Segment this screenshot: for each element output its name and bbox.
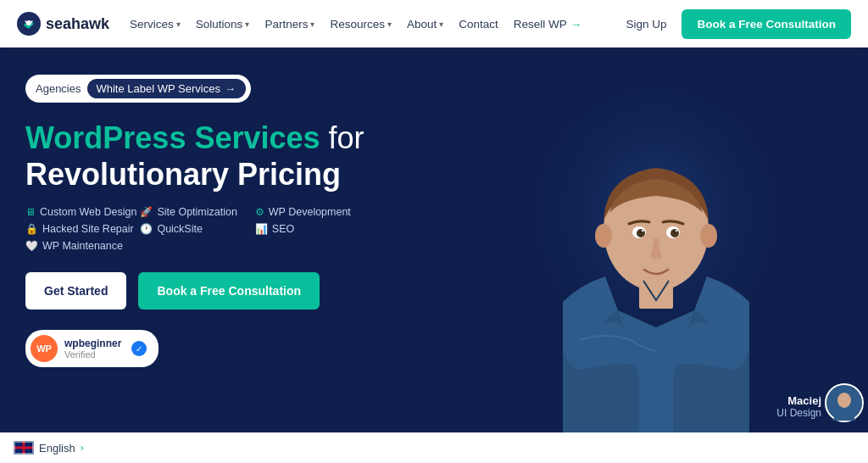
chart-icon: 📊 [255,223,268,235]
nav-solutions[interactable]: Solutions ▾ [189,14,257,34]
gear-icon: ⚙ [255,206,264,218]
breadcrumb: Agencies White Label WP Services → [25,75,251,103]
hero-content: Agencies White Label WP Services → WordP… [0,47,392,367]
chevron-down-icon: ▾ [245,20,249,29]
language-bar: English › [0,432,868,463]
language-label: English [39,442,75,455]
features-grid: 🖥 Custom Web Design 🚀 Site Optimization … [25,206,366,252]
arrow-right-icon: › [81,442,84,454]
verified-checkmark-icon: ✓ [131,341,147,356]
feature-custom-web-design: 🖥 Custom Web Design [25,206,136,218]
person-avatar-circle [825,383,864,422]
hero-title: WordPress Services for Revolutionary Pri… [25,120,366,192]
nav-contact[interactable]: Contact [452,14,505,34]
feature-site-optimization: 🚀 Site Optimization [140,206,251,218]
hero-section: Agencies White Label WP Services → WordP… [0,47,868,463]
maciej-avatar-icon [826,385,862,421]
breadcrumb-agencies[interactable]: Agencies [36,82,87,95]
person-role: UI Design [776,407,821,419]
book-consultation-button-hero[interactable]: Book a Free Consultation [138,272,320,310]
svg-point-14 [642,230,644,232]
logo[interactable]: seahawk [17,12,109,36]
nav-resources[interactable]: Resources ▾ [323,14,398,34]
arrow-right-icon: → [225,82,236,95]
verified-label: Verified [64,349,121,360]
feature-hacked-site-repair: 🔒 Hacked Site Repair [25,223,136,235]
nav-items: Services ▾ Solutions ▾ Partners ▾ Resour… [123,14,614,34]
verified-username: wpbeginner [64,337,121,349]
logo-text: seahawk [46,15,109,33]
nav-services[interactable]: Services ▾ [123,14,187,34]
wpbeginner-avatar: WP [31,335,58,362]
nav-resell-wp[interactable]: Resell WP → [507,14,589,34]
person-svg [495,73,817,463]
wpbeginner-icon: WP [34,338,54,359]
feature-quicksite: 🕐 QuickSite [140,223,251,235]
sign-up-button[interactable]: Sign Up [619,14,673,34]
hero-title-highlight: WordPress Services [25,120,320,155]
hero-buttons: Get Started Book a Free Consultation [25,272,366,310]
heart-icon: 🤍 [25,240,38,252]
chevron-down-icon: ▾ [310,20,314,29]
svg-point-16 [595,224,612,248]
flag-icon [14,441,34,455]
hero-person-image [495,73,817,463]
hero-title-line2: Revolutionary Pricing [25,157,341,192]
svg-text:WP: WP [36,343,52,354]
feature-seo: 📊 SEO [255,223,366,235]
verified-badge: WP wpbeginner Verified ✓ [25,330,159,367]
nav-about[interactable]: About ▾ [400,14,450,34]
person-name-card: Maciej UI Design [776,394,821,419]
arrow-right-icon: → [570,18,582,31]
feature-wp-development: ⚙ WP Development [255,206,366,218]
person-name: Maciej [776,394,821,407]
nav-right-actions: Sign Up Book a Free Consultation [619,9,851,39]
monitor-icon: 🖥 [25,206,36,218]
verified-text: wpbeginner Verified [64,337,121,360]
book-consultation-button-nav[interactable]: Book a Free Consultation [682,9,851,39]
navbar: seahawk Services ▾ Solutions ▾ Partners … [0,0,868,47]
chevron-down-icon: ▾ [176,20,181,29]
nav-partners[interactable]: Partners ▾ [258,14,321,34]
lock-icon: 🔒 [25,223,38,235]
seahawk-logo-icon [17,12,41,36]
svg-point-19 [837,393,851,408]
chevron-down-icon: ▾ [439,20,443,29]
breadcrumb-services[interactable]: White Label WP Services → [87,79,245,98]
svg-point-15 [676,230,678,232]
clock-icon: 🕐 [140,223,153,235]
chevron-down-icon: ▾ [387,20,392,29]
feature-wp-maintenance: 🤍 WP Maintenance [25,240,136,252]
rocket-icon: 🚀 [140,206,153,218]
svg-point-17 [700,224,717,248]
get-started-button[interactable]: Get Started [25,272,126,310]
